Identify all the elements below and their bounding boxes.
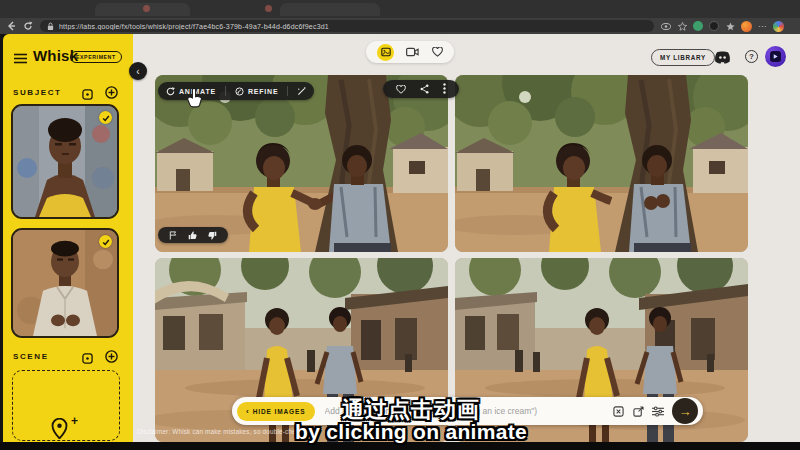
url-bar[interactable]: https://labs.google/fx/tools/whisk/proje… <box>40 20 654 32</box>
subject-image-woman[interactable] <box>11 104 119 219</box>
scene-section-label: SCENE <box>13 352 49 361</box>
divider <box>225 86 226 96</box>
subject-add-icon[interactable] <box>105 85 118 103</box>
selected-check-icon <box>99 235 112 248</box>
sidebar-collapse-button[interactable]: ‹ <box>129 62 147 80</box>
extension-icon[interactable] <box>693 21 703 31</box>
browser-logo-icon[interactable] <box>741 21 752 32</box>
refine-button[interactable]: REFINE <box>248 88 278 95</box>
share-icon[interactable] <box>420 80 429 98</box>
browser-tab-strip <box>0 0 800 18</box>
extension-icon[interactable] <box>709 21 719 31</box>
browser-tab[interactable] <box>280 3 380 16</box>
video-tab-icon[interactable] <box>406 43 419 61</box>
browser-toolbar: https://labs.google/fx/tools/whisk/proje… <box>0 18 800 34</box>
account-avatar[interactable] <box>765 46 786 67</box>
bookmark-star-icon[interactable] <box>677 21 687 31</box>
flag-icon[interactable] <box>169 226 177 244</box>
experiment-badge: EXPERIMENT <box>70 51 122 63</box>
favorite-icon[interactable] <box>396 80 406 98</box>
animate-icon <box>166 82 175 100</box>
tree-scene-art <box>455 75 748 252</box>
extension-star-icon[interactable] <box>725 21 735 31</box>
thumbs-up-icon[interactable] <box>188 226 197 244</box>
subject-image-man[interactable] <box>11 228 119 338</box>
scene-add-icon[interactable] <box>105 349 118 367</box>
profile-icon[interactable] <box>773 21 784 32</box>
images-tab-icon[interactable] <box>377 44 394 61</box>
scene-dice-icon[interactable] <box>82 350 93 368</box>
selected-check-icon <box>99 111 112 124</box>
sidebar: Whisk EXPERIMENT SUBJECT <box>3 34 133 442</box>
more-options-icon[interactable] <box>443 80 446 98</box>
tab-favicon <box>265 5 272 12</box>
image-feedback-toolbar <box>158 227 228 243</box>
subject-dice-icon[interactable] <box>82 86 93 104</box>
browser-menu-icon[interactable]: ⋯ <box>758 22 767 31</box>
thumbs-down-icon[interactable] <box>208 226 217 244</box>
main-canvas: MY LIBRARY ? ANIMATE REFINE <box>133 34 800 442</box>
browser-extensions: ⋯ <box>661 21 784 32</box>
refresh-icon[interactable] <box>23 21 33 31</box>
password-eye-icon[interactable] <box>661 21 671 31</box>
back-icon[interactable] <box>6 21 16 31</box>
mouse-cursor-hand <box>186 88 203 113</box>
output-mode-toggle <box>366 41 454 63</box>
discord-icon[interactable] <box>714 50 731 68</box>
url-text: https://labs.google/fx/tools/whisk/proje… <box>59 23 329 30</box>
magic-edit-icon[interactable] <box>297 82 306 100</box>
my-library-button[interactable]: MY LIBRARY <box>651 49 715 66</box>
subject-section-label: SUBJECT <box>13 88 62 97</box>
refine-icon <box>235 82 244 100</box>
subtitle-english: by clicking on animate <box>11 420 800 444</box>
help-icon[interactable]: ? <box>745 50 758 63</box>
tab-favicon <box>143 5 150 12</box>
videofx-logo-icon <box>770 51 781 62</box>
lock-icon <box>47 22 54 31</box>
image-toolbar: ANIMATE REFINE <box>158 82 314 100</box>
generated-image-2[interactable] <box>455 75 748 252</box>
divider <box>287 86 288 96</box>
menu-icon[interactable] <box>14 50 27 68</box>
image-share-toolbar <box>383 80 459 98</box>
favorites-tab-icon[interactable] <box>432 43 443 61</box>
